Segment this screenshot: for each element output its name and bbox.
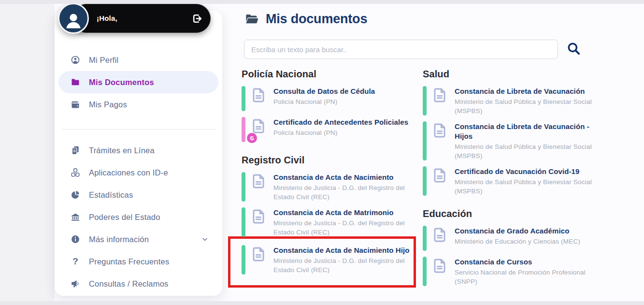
accent-bar [423,86,427,116]
sidebar-item-preguntas-frecuentes[interactable]: Preguntas Frecuentes [58,250,218,273]
sidebar-item-mis-pagos[interactable]: Mis Pagos [58,93,218,116]
section-header: Educación [423,208,602,219]
search-button[interactable] [565,41,583,58]
documents-column-right: Salud Constancia de Libreta de Vacunació… [423,69,602,292]
document-title: Constancia de Acta de Nacimiento Hijo [273,246,412,255]
user-silhouette-icon [63,9,84,30]
document-icon [431,121,448,160]
avatar [58,3,89,34]
open-folder-icon [244,13,259,26]
document-icon [250,245,267,275]
section-header: Salud [423,69,602,80]
pie-icon [70,189,81,200]
sidebar-primary-nav: Mi Perfil Mis Documentos Mis Pagos [55,49,222,116]
document-item-consulta-de-datos-de-cedula[interactable]: Consulta de Datos de Cédula Policía Naci… [242,86,419,111]
guarani-fee-badge: ₲ [247,133,257,143]
document-org: Ministerio de Salud Pública y Bienestar … [455,177,602,196]
document-title: Constancia de Libreta de Vacunación - Hi… [455,122,602,141]
accent-bar [242,245,245,275]
document-title: Constancia de Acta de Nacimiento [273,173,419,182]
document-icon [431,86,448,116]
document-title: Constancia de Grado Académico [455,226,602,236]
document-item-constancia-de-acta-de-nacimiento[interactable]: Constancia de Acta de Nacimiento Ministe… [242,172,419,202]
document-item-constancia-de-cursos[interactable]: Constancia de Cursos Servicio Nacional d… [423,257,602,286]
document-item-constancia-de-grado-academico[interactable]: Constancia de Grado Académico Ministerio… [423,226,602,251]
bank-icon [70,212,81,222]
user-pill: ¡Hola, [72,4,211,33]
document-title: Consulta de Datos de Cédula [273,87,419,96]
folder-icon [70,77,81,87]
document-org: Policía Nacional (PN) [273,97,419,106]
chevron-down-icon [201,235,209,243]
logout-icon [191,12,204,25]
document-item-certificado-de-antecedentes-policiales[interactable]: ₲ Certificado de Antecedentes Policiales… [242,117,419,142]
document-title: Certificado de Vacunación Covid-19 [455,167,602,176]
sidebar-item-poderes-del-estado[interactable]: Poderes del Estado [58,206,218,228]
section-header: Registro Civil [242,155,419,166]
sidebar-item-mis-documentos[interactable]: Mis Documentos [58,71,218,93]
accent-bar [423,121,427,160]
search-icon [566,41,582,57]
page-title-row: Mis documentos [244,12,367,27]
accent-bar [242,86,245,111]
section-salud: Salud Constancia de Libreta de Vacunació… [423,69,602,196]
greeting-text: ¡Hola, [97,4,117,32]
document-org: Ministerio de Salud Pública y Bienestar … [455,142,602,160]
section-registro-civil: Registro Civil Constancia de Acta de Nac… [242,155,419,288]
section-educacion: Educación Constancia de Grado Académico … [423,208,602,286]
page-bottom-strip [0,301,644,305]
accent-bar [423,226,427,251]
wallet-icon [70,99,81,110]
info-icon [70,234,81,245]
files-icon [70,145,81,156]
page-title: Mis documentos [266,12,367,27]
documents-column-left: Policía Nacional Consulta de Datos de Cé… [242,69,419,291]
cubes-icon [70,167,81,178]
sidebar-divider [61,129,215,130]
document-org: Ministerio de Justicia - D.G. del Regist… [273,183,419,202]
sidebar-item-mas-informacion[interactable]: Más información [58,228,218,250]
document-icon [431,257,448,286]
page-left-margin [0,0,55,305]
document-title: Certificado de Antecedentes Policiales [273,117,419,127]
document-item-constancia-de-libreta-de-vacunacion[interactable]: Constancia de Libreta de Vacunación Mini… [423,86,602,116]
sidebar-item-mi-perfil[interactable]: Mi Perfil [58,49,218,71]
document-title: Constancia de Libreta de Vacunación [455,87,602,96]
section-header: Policía Nacional [242,69,419,80]
document-org: Ministerio de Salud Pública y Bienestar … [455,97,602,116]
sidebar-item-estadisticas[interactable]: Estadísticas [58,184,218,206]
accent-bar [242,172,245,202]
accent-bar [242,207,245,237]
document-icon [431,226,448,251]
sidebar-secondary-nav: Trámites en Línea Aplicaciones con ID-e … [55,139,222,295]
document-item-constancia-de-libreta-de-vacunacion-hijos[interactable]: Constancia de Libreta de Vacunación - Hi… [423,121,602,160]
megaphone-icon [70,278,81,289]
section-policia-nacional: Policía Nacional Consulta de Datos de Cé… [242,69,419,142]
search-input[interactable] [244,40,558,59]
document-icon [250,86,267,111]
page-top-strip [0,0,644,4]
document-item-certificado-de-vacunacion-covid-19[interactable]: Certificado de Vacunación Covid-19 Minis… [423,166,602,196]
accent-bar [423,166,427,196]
sidebar: ¡Hola, Mi Perfil Mis Documentos Mis Pago… [55,11,222,296]
document-icon [250,172,267,202]
document-item-constancia-de-acta-de-nacimiento-hijo[interactable]: Constancia de Acta de Nacimiento Hijo Mi… [228,236,416,288]
sidebar-item-consultas-reclamos[interactable]: Consultas / Reclamos [58,273,218,295]
accent-bar [423,257,427,286]
document-org: Servicio Nacional de Promoción Profesion… [455,268,602,286]
document-org: Ministerio de Justicia - D.G. del Regist… [273,256,412,275]
document-item-constancia-de-acta-de-matrimonio[interactable]: Constancia de Acta de Matrimonio Ministe… [242,207,419,237]
document-title: Constancia de Acta de Matrimonio [273,208,419,218]
document-org: Policía Nacional (PN) [273,128,419,137]
question-icon [70,256,81,267]
document-icon: ₲ [250,117,267,142]
sidebar-item-aplicaciones-con-id-e[interactable]: Aplicaciones con ID-e [58,161,218,184]
accent-bar [242,117,245,142]
document-org: Ministerio de Justicia - D.G. del Regist… [273,218,419,237]
sidebar-item-tramites-en-linea[interactable]: Trámites en Línea [58,139,218,161]
logout-button[interactable] [191,12,204,25]
user-circle-icon [70,55,81,65]
document-icon [431,166,448,196]
document-icon [250,207,267,237]
document-title: Constancia de Cursos [455,257,602,267]
